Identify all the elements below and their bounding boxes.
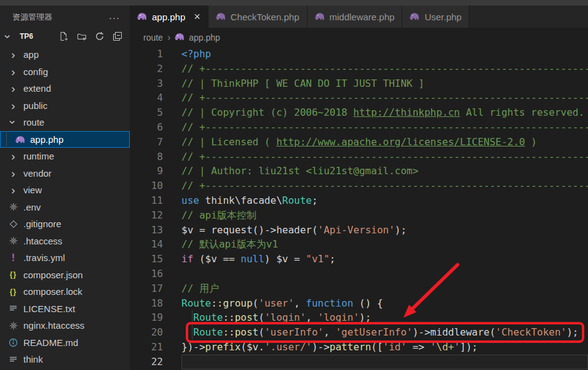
- chevron-right-icon: ›: [8, 150, 18, 162]
- tree-item-label: LICENSE.txt: [23, 304, 75, 314]
- code-line-2[interactable]: 2// +-----------------------------------…: [130, 62, 588, 76]
- tree-folder-view[interactable]: ›view: [0, 182, 130, 199]
- tab-CheckToken.php[interactable]: CheckToken.php: [209, 6, 308, 28]
- line-number: 16: [130, 267, 163, 281]
- line-number: 12: [130, 208, 163, 223]
- line-content: if ($v == null) $v = "v1";: [181, 252, 588, 267]
- code-line-9[interactable]: 9// | Author: liu21st <liu21st@gmail.com…: [130, 164, 588, 179]
- chevron-down-icon: ›: [3, 31, 14, 42]
- tree-file-.htaccess[interactable]: .htaccess: [0, 233, 130, 250]
- code-editor[interactable]: 1<?php2// +-----------------------------…: [130, 47, 588, 369]
- tree-file-think[interactable]: think: [0, 351, 130, 368]
- tree-file-.gitignore[interactable]: .gitignore: [0, 215, 130, 233]
- code-line-14[interactable]: 14// 默认api版本为v1: [130, 237, 588, 252]
- code-line-21[interactable]: 21})->prefix($v.'.user/')->pattern(['id'…: [130, 340, 588, 355]
- line-number: 20: [130, 325, 163, 340]
- code-line-11[interactable]: 11use think\facade\Route;: [130, 193, 588, 208]
- tree-folder-route[interactable]: ›route: [0, 114, 130, 131]
- tree-item-label: app.php: [30, 134, 63, 145]
- code-line-22[interactable]: 22: [130, 355, 588, 369]
- code-line-5[interactable]: 5// | Copyright (c) 2006~2018 http://thi…: [130, 105, 588, 120]
- tree-file-.travis.yml[interactable]: !.travis.yml: [0, 249, 130, 267]
- tree-file-nginx.htaccess[interactable]: nginx.htaccess: [0, 317, 130, 334]
- new-file-icon[interactable]: [59, 31, 69, 41]
- code-line-7[interactable]: 7// | Licensed ( http://www.apache.org/l…: [130, 135, 588, 150]
- explorer-header: 资源管理器 ···: [0, 6, 130, 23]
- line-number: 7: [130, 135, 163, 150]
- php-icon: [175, 33, 185, 42]
- tree-item-label: config: [23, 66, 48, 77]
- tree-folder-config[interactable]: ›config: [0, 63, 130, 81]
- tree-file-LICENSE.txt[interactable]: LICENSE.txt: [0, 300, 130, 318]
- info-icon: [8, 338, 18, 347]
- line-number: 6: [130, 120, 163, 135]
- tab-User.php[interactable]: User.php: [402, 6, 469, 28]
- line-content: // 用户: [181, 281, 588, 296]
- tree-item-label: think: [23, 354, 43, 364]
- close-icon[interactable]: ×: [194, 11, 201, 22]
- code-line-10[interactable]: 10// +----------------------------------…: [130, 179, 588, 193]
- line-number: 4: [130, 90, 163, 105]
- line-number: 2: [130, 62, 163, 76]
- breadcrumb-folder[interactable]: route: [143, 33, 163, 42]
- tree-folder-public[interactable]: ›public: [0, 97, 130, 115]
- more-actions-icon[interactable]: ···: [109, 12, 120, 23]
- gear-icon: [8, 203, 18, 211]
- tree-file-.env[interactable]: .env: [0, 199, 130, 216]
- tree-folder-extend[interactable]: ›extend: [0, 80, 130, 97]
- tree-file-app.php[interactable]: app.php: [0, 131, 130, 148]
- code-line-6[interactable]: 6// +-----------------------------------…: [130, 120, 588, 135]
- collapse-all-icon[interactable]: [113, 31, 122, 41]
- chevron-right-icon: ›: [8, 82, 18, 94]
- tree-item-label: extend: [23, 83, 51, 94]
- code-line-20[interactable]: 20 Route::post('userInfo', 'getUserInfo'…: [130, 325, 588, 340]
- gear-icon: [8, 236, 18, 245]
- code-line-15[interactable]: 15if ($v == null) $v = "v1";: [130, 252, 588, 267]
- line-content: })->prefix($v.'.user/')->pattern(['id' =…: [181, 340, 588, 355]
- tree-folder-runtime[interactable]: ›runtime: [0, 148, 130, 165]
- code-line-18[interactable]: 18Route::group('user', function () {: [130, 296, 588, 311]
- code-line-16[interactable]: 16: [130, 267, 588, 281]
- tree-item-label: composer.lock: [23, 286, 82, 297]
- tree-folder-app[interactable]: ›app: [0, 46, 130, 63]
- tree-item-label: .gitignore: [23, 219, 62, 229]
- code-line-4[interactable]: 4// +-----------------------------------…: [130, 90, 588, 105]
- code-line-12[interactable]: 12// api版本控制: [130, 208, 588, 223]
- code-line-17[interactable]: 17// 用户: [130, 281, 588, 296]
- breadcrumb-file[interactable]: app.php: [189, 33, 220, 42]
- tree-item-label: .htaccess: [23, 236, 62, 246]
- lines-icon: [8, 356, 18, 363]
- tree-folder-vendor[interactable]: ›vendor: [0, 165, 130, 182]
- tab-middleware.php[interactable]: middleware.php: [308, 6, 403, 28]
- php-icon: [15, 135, 25, 143]
- chevron-right-icon: ›: [8, 49, 18, 60]
- breadcrumb[interactable]: route › app.php: [130, 28, 588, 47]
- tree-file-composer.json[interactable]: {}composer.json: [0, 267, 130, 284]
- tree-file-README.md[interactable]: README.md: [0, 334, 130, 352]
- tab-label: middleware.php: [330, 12, 395, 22]
- lines-icon: [8, 305, 18, 312]
- line-number: 8: [130, 150, 163, 164]
- project-section-header[interactable]: › TP6: [0, 28, 130, 44]
- tree-file-composer.lock[interactable]: {}composer.lock: [0, 283, 130, 300]
- refresh-icon[interactable]: [95, 31, 105, 41]
- tree-item-label: composer.json: [23, 270, 83, 280]
- code-line-1[interactable]: 1<?php: [130, 47, 588, 62]
- line-number: 9: [130, 164, 163, 179]
- php-icon: [315, 12, 325, 22]
- new-folder-icon[interactable]: [77, 31, 87, 41]
- line-number: 10: [130, 179, 163, 193]
- tab-label: User.php: [424, 12, 461, 22]
- code-line-19[interactable]: 19 Route::post('login', 'login');: [130, 310, 588, 325]
- code-line-13[interactable]: 13$v = request()->header('Api-Version');: [130, 223, 588, 238]
- titlebar-strip: [0, 0, 588, 6]
- tab-app.php[interactable]: app.php×: [130, 6, 209, 28]
- project-name: TP6: [20, 32, 33, 41]
- line-content: [181, 355, 588, 369]
- code-line-3[interactable]: 3// | ThinkPHP [ WE CAN DO IT JUST THINK…: [130, 76, 588, 91]
- line-content: $v = request()->header('Api-Version');: [181, 223, 588, 238]
- chevron-right-icon: ›: [8, 184, 18, 196]
- code-line-8[interactable]: 8// +-----------------------------------…: [130, 150, 588, 164]
- tree-item-label: route: [23, 117, 44, 127]
- git-icon: [8, 220, 18, 228]
